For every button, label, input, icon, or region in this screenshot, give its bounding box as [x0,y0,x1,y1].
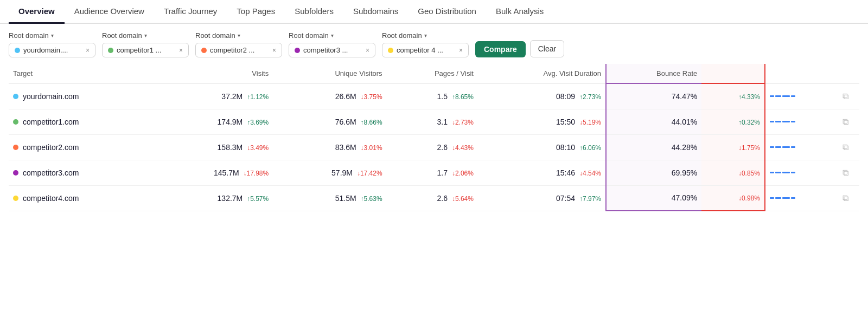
header-row: Target Visits Unique Visitors Pages / Vi… [9,64,859,83]
domain-group-competitor4: Root domain ▾competitor 4 ...× [382,31,469,57]
cell-bounce-change: ↑4.33% [701,83,765,109]
cell-bounce-change: ↑0.32% [701,109,765,134]
sparkline-chart[interactable] [770,172,827,173]
nav-tabs: OverviewAudience OverviewTraffic Journey… [0,0,868,24]
domain-close-btn-competitor2[interactable]: × [272,47,276,54]
domain-type-btn-competitor1[interactable]: Root domain ▾ [102,31,189,40]
pages-change: ↓5.64% [452,195,474,203]
cell-visits: 37.2M ↑1.12% [151,83,273,109]
sparkline-chart[interactable] [770,146,827,148]
compare-button[interactable]: Compare [475,41,526,57]
clear-button[interactable]: Clear [530,40,564,57]
table-body: yourdomain.com 37.2M ↑1.12%26.6M ↓3.75%1… [9,83,859,211]
cell-copy[interactable]: ⧉ [831,83,859,109]
col-chart [765,64,831,83]
chevron-down-icon: ▾ [424,33,427,38]
row-color-dot [13,196,18,201]
copy-icon[interactable]: ⧉ [843,168,848,177]
cell-duration: 15:50 ↓5.19% [478,109,606,134]
cell-chart[interactable] [765,134,831,160]
domain-type-btn-yourdomain[interactable]: Root domain ▾ [9,31,95,40]
domain-cell: competitor2.com [13,143,147,152]
nav-tab-subfolders[interactable]: Subfolders [285,0,343,24]
bounce-change-value: ↓0.85% [738,170,760,177]
cell-bounce-change: ↓0.98% [701,185,765,211]
cell-unique: 76.6M ↑8.66% [273,109,386,134]
nav-tab-top-pages[interactable]: Top Pages [227,0,285,24]
chevron-down-icon: ▾ [144,33,147,38]
cell-visits: 158.3M ↓3.49% [151,134,273,160]
cell-bounce-val: 47.09% [606,185,701,211]
sparkline-chart[interactable] [770,95,827,97]
copy-icon[interactable]: ⧉ [843,193,848,203]
sparkline-chart[interactable] [770,197,827,199]
cell-chart[interactable] [765,83,831,109]
bounce-change-value: ↓1.75% [738,144,760,152]
nav-tab-geo-distribution[interactable]: Geo Distribution [408,0,486,24]
chart-bar-2 [775,197,781,199]
chevron-down-icon: ▾ [51,33,54,38]
domain-group-yourdomain: Root domain ▾yourdomain....× [9,31,95,57]
col-duration: Avg. Visit Duration [478,64,606,83]
domain-type-label: Root domain [289,31,329,40]
domain-type-btn-competitor4[interactable]: Root domain ▾ [382,31,469,40]
pages-change: ↑8.65% [452,93,474,101]
domain-close-btn-competitor1[interactable]: × [179,47,183,54]
domain-type-btn-competitor3[interactable]: Root domain ▾ [289,31,375,40]
cell-duration: 15:46 ↓4.54% [478,160,606,185]
domain-close-btn-yourdomain[interactable]: × [86,47,90,54]
domain-cell: competitor4.com [13,194,147,203]
chart-bar-1 [770,197,774,199]
cell-bounce-change: ↓0.85% [701,160,765,185]
nav-tab-traffic-journey[interactable]: Traffic Journey [154,0,227,24]
chart-bar-3 [782,172,790,173]
cell-chart[interactable] [765,109,831,134]
row-domain-name: competitor2.com [23,143,79,152]
col-target: Target [9,64,151,83]
domain-close-btn-competitor3[interactable]: × [366,47,369,54]
domain-type-label: Root domain [382,31,422,40]
domain-close-btn-competitor4[interactable]: × [459,47,463,54]
nav-tab-audience-overview[interactable]: Audience Overview [65,0,154,24]
visits-value: 158.3M [218,143,243,152]
domain-type-btn-competitor2[interactable]: Root domain ▾ [195,31,282,40]
cell-bounce-val: 69.95% [606,160,701,185]
duration-value: 08:10 [556,143,575,152]
cell-copy[interactable]: ⧉ [831,134,859,160]
pages-change: ↓4.43% [452,144,474,152]
cell-copy[interactable]: ⧉ [831,109,859,134]
chart-bar-1 [770,121,774,122]
row-domain-name: competitor4.com [23,194,79,203]
bounce-val-value: 69.95% [672,168,697,177]
data-table: Target Visits Unique Visitors Pages / Vi… [9,64,859,211]
cell-unique: 83.6M ↓3.01% [273,134,386,160]
table-row: yourdomain.com 37.2M ↑1.12%26.6M ↓3.75%1… [9,83,859,109]
cell-unique: 26.6M ↓3.75% [273,83,386,109]
unique-change: ↑5.63% [361,195,382,203]
copy-icon[interactable]: ⧉ [843,117,848,126]
actions-group: CompareClear [475,40,564,57]
duration-change: ↑2.73% [579,93,601,101]
table-row: competitor4.com 132.7M ↑5.57%51.5M ↑5.63… [9,185,859,211]
nav-tab-bulk-analysis[interactable]: Bulk Analysis [486,0,553,24]
cell-bounce-val: 44.01% [606,109,701,134]
cell-chart[interactable] [765,160,831,185]
cell-target: competitor2.com [9,134,151,160]
pages-value: 3.1 [437,118,448,126]
domain-color-dot-competitor2 [201,48,207,53]
copy-icon[interactable]: ⧉ [843,142,848,152]
sparkline-chart[interactable] [770,121,827,122]
domain-type-label: Root domain [9,31,49,40]
domain-name-competitor4: competitor 4 ... [397,46,454,54]
domain-color-dot-competitor4 [388,48,393,53]
copy-icon[interactable]: ⧉ [843,92,848,101]
cell-pages: 2.6 ↓5.64% [387,185,478,211]
cell-chart[interactable] [765,185,831,211]
cell-duration: 08:09 ↑2.73% [478,83,606,109]
cell-copy[interactable]: ⧉ [831,160,859,185]
bounce-change-value: ↑4.33% [738,93,760,101]
nav-tab-subdomains[interactable]: Subdomains [343,0,408,24]
nav-tab-overview[interactable]: Overview [9,0,65,24]
cell-copy[interactable]: ⧉ [831,185,859,211]
duration-value: 07:54 [556,194,575,203]
